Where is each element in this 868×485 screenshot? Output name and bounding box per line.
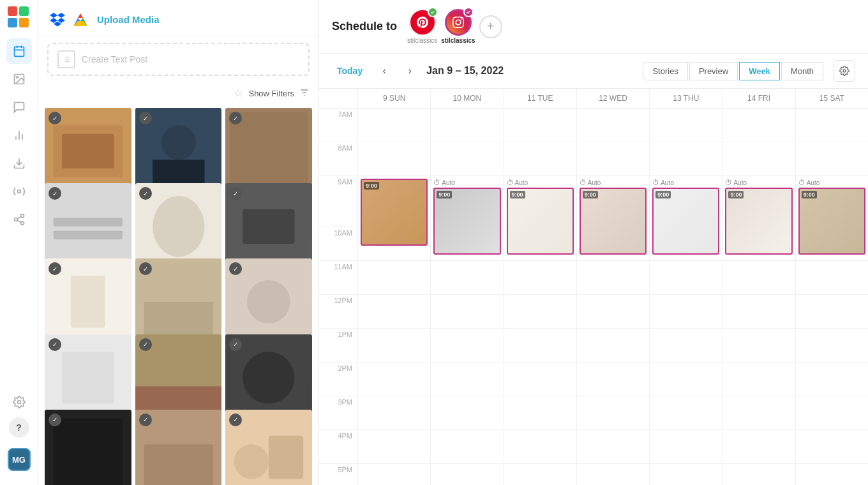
- media-thumb[interactable]: ✓: [135, 334, 222, 421]
- time-cell[interactable]: [504, 142, 576, 175]
- time-cell[interactable]: [722, 108, 795, 142]
- nav-automation[interactable]: [6, 179, 32, 204]
- time-cell[interactable]: [722, 430, 795, 463]
- media-thumb[interactable]: ✓: [135, 108, 222, 195]
- media-thumb[interactable]: ✓: [225, 410, 312, 485]
- time-cell[interactable]: [357, 396, 430, 429]
- time-cell[interactable]: [357, 261, 430, 294]
- filter-icon[interactable]: [299, 87, 310, 100]
- time-cell[interactable]: [576, 396, 649, 429]
- media-thumb[interactable]: ✓: [135, 258, 222, 345]
- calendar-settings-button[interactable]: [834, 60, 855, 82]
- month-view-button[interactable]: Month: [781, 62, 823, 80]
- time-cell[interactable]: [576, 295, 649, 328]
- time-cell[interactable]: 9:00: [357, 176, 430, 227]
- time-cell[interactable]: [504, 329, 576, 362]
- time-cell[interactable]: [430, 464, 503, 485]
- time-cell[interactable]: [649, 295, 722, 328]
- time-cell[interactable]: [795, 295, 868, 328]
- user-avatar[interactable]: MG: [8, 448, 31, 471]
- time-cell[interactable]: [649, 362, 722, 396]
- time-cell[interactable]: [795, 227, 868, 260]
- create-text-post-button[interactable]: Create Text Post: [47, 43, 310, 76]
- time-cell[interactable]: [357, 464, 430, 485]
- time-cell[interactable]: [430, 430, 503, 463]
- time-cell[interactable]: [576, 362, 649, 396]
- media-thumb[interactable]: ✓: [225, 183, 312, 270]
- time-cell[interactable]: [430, 362, 503, 396]
- time-cell[interactable]: [576, 261, 649, 294]
- time-cell[interactable]: [576, 464, 649, 485]
- media-thumb[interactable]: GIVEAWAY ✓: [45, 410, 131, 485]
- time-cell[interactable]: [722, 227, 795, 260]
- time-cell[interactable]: [795, 430, 868, 463]
- nav-calendar[interactable]: [6, 38, 32, 64]
- time-cell[interactable]: [795, 362, 868, 396]
- media-thumb[interactable]: ✓: [45, 258, 131, 345]
- time-cell[interactable]: [795, 261, 868, 294]
- time-cell[interactable]: [576, 142, 649, 175]
- pinterest-account[interactable]: stilclassics: [407, 9, 437, 44]
- time-cell[interactable]: [649, 329, 722, 362]
- gdrive-icon[interactable]: [71, 10, 89, 28]
- time-cell[interactable]: [504, 464, 576, 485]
- upload-media-button[interactable]: Upload Media: [97, 14, 160, 25]
- media-thumb[interactable]: ✓: [135, 183, 222, 270]
- time-cell[interactable]: [504, 295, 576, 328]
- time-cell[interactable]: [722, 261, 795, 294]
- time-cell[interactable]: [795, 464, 868, 485]
- time-cell[interactable]: [576, 108, 649, 142]
- time-cell[interactable]: [504, 362, 576, 396]
- today-button[interactable]: Today: [332, 63, 368, 78]
- media-thumb[interactable]: ✓: [225, 334, 312, 421]
- time-cell[interactable]: ⏱ Auto9:00: [722, 176, 795, 227]
- star-icon[interactable]: ☆: [233, 86, 243, 100]
- time-cell[interactable]: [649, 227, 722, 260]
- time-cell[interactable]: [430, 261, 503, 294]
- time-cell[interactable]: [357, 227, 430, 260]
- time-cell[interactable]: [722, 396, 795, 429]
- nav-media[interactable]: [6, 66, 32, 92]
- prev-week-button[interactable]: ‹: [375, 62, 393, 80]
- time-cell[interactable]: [357, 362, 430, 396]
- nav-download[interactable]: [6, 151, 32, 176]
- add-social-button[interactable]: +: [479, 15, 502, 38]
- show-filters-label[interactable]: Show Filters: [248, 89, 294, 98]
- time-cell[interactable]: [576, 227, 649, 260]
- time-cell[interactable]: [504, 261, 576, 294]
- time-cell[interactable]: [722, 362, 795, 396]
- time-cell[interactable]: [357, 142, 430, 175]
- time-cell[interactable]: [722, 295, 795, 328]
- time-cell[interactable]: [795, 396, 868, 429]
- time-cell[interactable]: [649, 142, 722, 175]
- time-cell[interactable]: [795, 329, 868, 362]
- time-cell[interactable]: [504, 227, 576, 260]
- time-cell[interactable]: [504, 108, 576, 142]
- instagram-account[interactable]: stilclassics: [441, 9, 475, 44]
- media-thumb[interactable]: ✓: [225, 108, 312, 195]
- time-cell[interactable]: [649, 108, 722, 142]
- time-cell[interactable]: [795, 108, 868, 142]
- time-cell[interactable]: [357, 329, 430, 362]
- time-cell[interactable]: [722, 142, 795, 175]
- time-cell[interactable]: [430, 295, 503, 328]
- time-cell[interactable]: [357, 108, 430, 142]
- media-thumb[interactable]: ✓: [225, 258, 312, 345]
- time-cell[interactable]: [504, 396, 576, 429]
- dropbox-icon[interactable]: [49, 10, 66, 28]
- time-cell[interactable]: [649, 464, 722, 485]
- nav-help[interactable]: ?: [9, 417, 29, 438]
- time-cell[interactable]: [649, 430, 722, 463]
- time-cell[interactable]: [357, 430, 430, 463]
- time-cell[interactable]: [504, 430, 576, 463]
- time-cell[interactable]: ⏱ Auto9:00: [795, 176, 868, 227]
- nav-analytics[interactable]: [6, 123, 32, 148]
- time-cell[interactable]: [430, 142, 503, 175]
- next-week-button[interactable]: ›: [401, 62, 419, 80]
- time-cell[interactable]: ⏱ Auto9:00: [504, 176, 576, 227]
- nav-settings[interactable]: [6, 389, 32, 415]
- preview-view-button[interactable]: Preview: [689, 62, 738, 80]
- nav-social[interactable]: [6, 207, 32, 232]
- media-thumb[interactable]: ✓: [45, 108, 131, 195]
- time-cell[interactable]: [430, 227, 503, 260]
